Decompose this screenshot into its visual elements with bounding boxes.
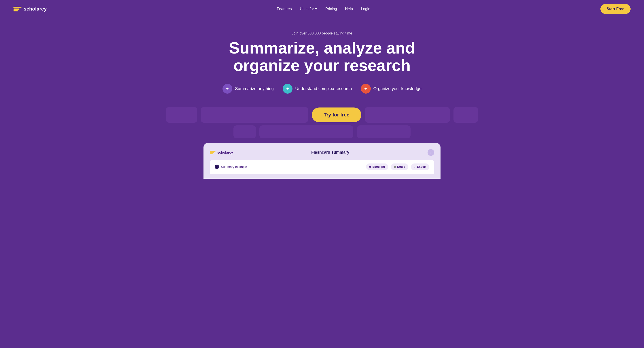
features-link[interactable]: Features [277,7,292,11]
hero-title: Summarize, analyze and organize your res… [222,39,422,74]
notes-button[interactable]: Notes [391,163,408,170]
search-bar-main[interactable] [201,107,308,123]
logo-bar-1 [14,7,22,8]
app-download-button[interactable]: ↓ [428,149,434,156]
app-preview-body: i Summary example Spotlight Notes ↓ Expo… [210,160,434,174]
bar-row [9,123,635,138]
logo-bar-2 [14,9,20,10]
feature-pills: ✦ Summarize anything ✦ Understand comple… [9,84,635,94]
nav-links: Features Uses for Pricing Help Login [277,7,370,11]
start-free-button[interactable]: Start Free [600,4,630,14]
search-section: Try for free [9,107,635,123]
app-logo-text: scholarcy [217,150,233,154]
logo[interactable]: scholarcy [14,5,47,13]
nav-item-help[interactable]: Help [345,7,353,11]
app-preview-right: Spotlight Notes ↓ Export [366,163,429,170]
hero-subtext: Join over 600,000 people saving time [9,31,635,35]
nav-item-login[interactable]: Login [361,7,370,11]
bar-3 [357,125,410,138]
app-preview-left: i Summary example [215,164,247,169]
bar-1 [234,125,256,138]
spotlight-icon [369,166,371,168]
search-bar-right [365,107,450,123]
login-link[interactable]: Login [361,7,370,11]
uses-for-link[interactable]: Uses for [300,7,317,11]
understand-icon: ✦ [283,84,292,94]
try-free-button[interactable]: Try for free [312,107,362,122]
app-preview-title: Flashcard summary [311,150,349,155]
download-icon: ↓ [430,151,432,154]
app-preview-header: scholarcy Flashcard summary ↓ [210,149,434,156]
app-logo-icon [210,150,216,155]
nav-item-pricing[interactable]: Pricing [325,7,337,11]
navbar: scholarcy Features Uses for Pricing Help… [0,0,644,18]
search-bar-far-right [454,107,478,123]
spotlight-button[interactable]: Spotlight [366,163,388,170]
info-icon: i [215,164,219,169]
app-preview-card: scholarcy Flashcard summary ↓ i Summary … [204,143,440,179]
chevron-down-icon [315,8,317,10]
pricing-link[interactable]: Pricing [325,7,337,11]
export-icon: ↓ [414,165,416,169]
logo-text: scholarcy [24,6,47,12]
pill-organize: ✦ Organize your knowledge [361,84,422,94]
logo-bar-3 [14,10,18,12]
help-link[interactable]: Help [345,7,353,11]
app-preview-logo: scholarcy [210,150,233,155]
logo-icon [14,5,22,13]
notes-icon [394,166,396,168]
organize-icon: ✦ [361,84,371,94]
bar-2 [260,125,353,138]
pill-summarize: ✦ Summarize anything [222,84,274,94]
nav-item-features[interactable]: Features [277,7,292,11]
search-bar-left [166,107,197,123]
pill-understand: ✦ Understand complex research [283,84,352,94]
summarize-icon: ✦ [222,84,232,94]
nav-item-uses-for[interactable]: Uses for [300,7,317,11]
export-button[interactable]: ↓ Export [411,163,429,170]
hero-section: Join over 600,000 people saving time Sum… [0,18,644,179]
